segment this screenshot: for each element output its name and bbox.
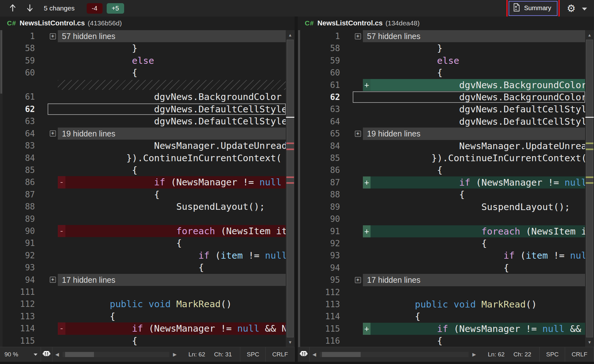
code-area[interactable]: else (363, 55, 585, 67)
code-row[interactable]: 111 (3, 286, 286, 298)
code-area[interactable]: dgvNews.DefaultCellStyle (363, 103, 585, 115)
code-area[interactable]: { (58, 189, 286, 201)
code-row[interactable]: 84 }).ContinueInCurrentContext( (3, 152, 286, 164)
code-row[interactable]: 85 { (3, 164, 286, 176)
left-side-strip-thumb[interactable] (0, 30, 2, 94)
code-row[interactable]: 115 { (3, 335, 286, 347)
code-row[interactable]: 91 { (3, 237, 286, 249)
deleted-line-row[interactable]: 114- if (NewsManager != null && N (3, 322, 286, 334)
hscroll-right-arrow[interactable]: ▶ (469, 352, 479, 357)
expand-hidden-lines-icon[interactable]: + (353, 274, 363, 286)
code-area[interactable]: }).ContinueInCurrentContext( (363, 152, 585, 164)
code-row[interactable]: 94 { (300, 262, 585, 274)
code-area[interactable]: NewsManager.UpdateUnread (58, 140, 286, 152)
code-area[interactable]: { (58, 261, 286, 274)
code-area[interactable]: { (58, 310, 286, 322)
code-row[interactable]: 87 { (3, 189, 286, 201)
code-area[interactable]: { (363, 262, 585, 274)
code-area[interactable]: }).ContinueInCurrentContext( (58, 152, 286, 164)
hidden-lines-row[interactable]: 65+19 hidden lines (300, 128, 585, 140)
code-row[interactable]: 88 { (300, 189, 585, 201)
code-row[interactable]: 63 dgvNews.DefaultCellStyle (3, 115, 286, 127)
whitespace-mode-button[interactable]: SPC (240, 347, 265, 362)
code-area[interactable]: { (58, 67, 286, 79)
deleted-line-row[interactable]: 86- if (NewsManager != null && (3, 176, 286, 188)
left-horizontal-scrollbar[interactable] (63, 352, 169, 357)
hidden-lines-bar[interactable]: 17 hidden lines (363, 274, 585, 286)
copilot-robot-button[interactable] (298, 347, 310, 362)
added-line-row[interactable]: 115+ if (NewsManager != null && N (300, 323, 585, 335)
code-area[interactable]: if (item != null) (363, 249, 585, 261)
code-area[interactable]: 19 hidden lines (58, 128, 286, 140)
scroll-up-arrow-icon[interactable]: ▲ (585, 31, 594, 39)
code-area[interactable]: } (58, 42, 286, 54)
copilot-robot-button[interactable] (41, 347, 52, 362)
code-row[interactable]: 88 SuspendLayout(); (3, 201, 286, 213)
code-area[interactable]: 57 hidden lines (363, 30, 585, 42)
code-area[interactable]: + if (NewsManager != null && N (363, 323, 585, 335)
previous-change-button[interactable] (9, 3, 17, 14)
code-row[interactable]: 93 if (item != null) (300, 249, 585, 261)
code-row[interactable]: 89 (3, 213, 286, 225)
left-scrollbar-thumb[interactable] (287, 40, 294, 337)
code-area[interactable]: dgvNews.DefaultCellStyle (58, 103, 286, 115)
scroll-down-arrow-icon[interactable]: ▼ (585, 338, 594, 346)
code-row[interactable]: 89 SuspendLayout(); (300, 201, 585, 213)
code-area[interactable]: SuspendLayout(); (363, 201, 585, 213)
code-area[interactable]: { (58, 335, 286, 347)
code-area[interactable]: { (363, 310, 585, 322)
code-area[interactable] (363, 213, 585, 225)
code-row[interactable]: 116 { (300, 335, 585, 347)
expand-hidden-lines-icon[interactable]: + (48, 128, 58, 140)
code-area[interactable]: + dgvNews.BackgroundColor (363, 79, 585, 91)
code-area[interactable]: dgvNews.BackgroundColor (58, 91, 286, 103)
left-vertical-scrollbar[interactable]: ▲ ▼ (286, 30, 295, 347)
code-area[interactable]: public void MarkRead() (58, 298, 286, 310)
code-area[interactable] (58, 213, 286, 225)
code-row[interactable]: 60 { (300, 67, 585, 79)
hidden-lines-bar[interactable]: 19 hidden lines (58, 128, 286, 140)
code-area[interactable]: dgvNews.BackgroundColor (363, 91, 585, 103)
code-area[interactable]: } (363, 42, 585, 54)
hidden-lines-row[interactable]: 1+57 hidden lines (300, 30, 585, 42)
added-line-row[interactable]: 87+ if (NewsManager != null && (300, 176, 585, 189)
code-row[interactable]: 58 } (300, 42, 585, 54)
code-row[interactable]: 92 if (item != null) (3, 249, 286, 261)
code-area[interactable]: public void MarkRead() (363, 298, 585, 310)
code-area[interactable]: { (363, 67, 585, 79)
scroll-down-arrow-icon[interactable]: ▼ (286, 338, 295, 346)
whitespace-mode-button[interactable]: SPC (539, 347, 565, 362)
code-area[interactable]: 57 hidden lines (58, 30, 286, 42)
code-row[interactable]: 64 dgvNews.DefaultCellStyle (300, 116, 585, 128)
right-hscroll-thumb[interactable] (322, 352, 361, 357)
code-area[interactable]: else (58, 55, 286, 67)
code-area[interactable]: - foreach (NewsItem item (58, 225, 286, 237)
line-ending-button[interactable]: CRLF (265, 347, 295, 362)
code-area[interactable]: dgvNews.DefaultCellStyle (363, 116, 585, 128)
right-horizontal-scrollbar[interactable] (320, 352, 469, 357)
left-hscroll-thumb[interactable] (65, 352, 94, 357)
code-row[interactable]: 113 { (3, 310, 286, 322)
code-row[interactable]: 58 } (3, 42, 286, 54)
right-scrollbar-thumb[interactable] (586, 40, 593, 337)
current-line-row[interactable]: 62 dgvNews.BackgroundColor (300, 91, 585, 103)
expand-hidden-lines-icon[interactable]: + (48, 274, 58, 286)
code-row[interactable]: 93 { (3, 261, 286, 274)
code-row[interactable]: 86 { (300, 164, 585, 176)
code-area[interactable]: 17 hidden lines (363, 274, 585, 286)
code-row[interactable]: 61 dgvNews.BackgroundColor (3, 91, 286, 103)
expand-hidden-lines-icon[interactable]: + (48, 30, 58, 42)
code-row[interactable]: 114 { (300, 310, 585, 322)
code-area[interactable]: + foreach (NewsItem item (363, 225, 585, 237)
code-area[interactable] (58, 286, 286, 298)
added-line-row[interactable]: 91+ foreach (NewsItem item (300, 225, 585, 237)
code-area[interactable]: - if (NewsManager != null && (58, 176, 286, 188)
code-row[interactable]: 84 NewsManager.UpdateUnread (300, 140, 585, 152)
next-change-button[interactable] (26, 3, 34, 14)
deleted-line-row[interactable]: 90- foreach (NewsItem item (3, 225, 286, 237)
code-area[interactable]: { (363, 164, 585, 176)
code-area[interactable] (363, 286, 585, 298)
hidden-lines-bar[interactable]: 57 hidden lines (58, 30, 286, 42)
code-area[interactable]: SuspendLayout(); (58, 201, 286, 213)
settings-gear-button[interactable]: ⚙ (567, 3, 576, 13)
